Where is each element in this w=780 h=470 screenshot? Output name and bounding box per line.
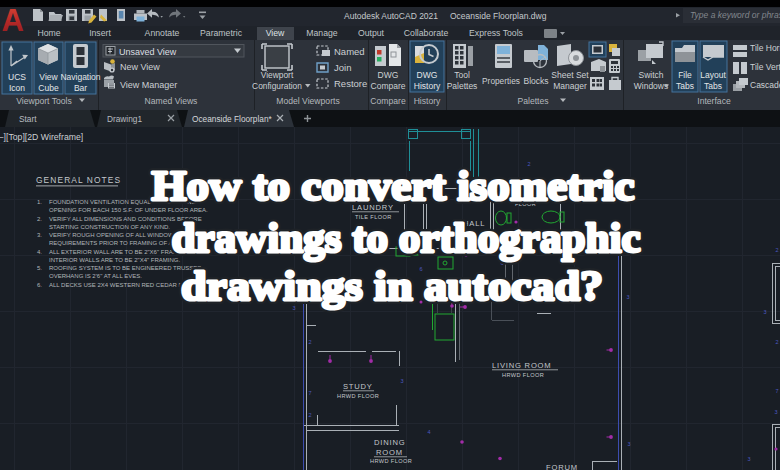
svg-text:2: 2 [775, 339, 778, 345]
svg-text:History: History [414, 81, 441, 91]
svg-text:3: 3 [747, 456, 750, 462]
svg-text:DWG: DWG [378, 70, 399, 80]
svg-text:7: 7 [775, 388, 778, 394]
svg-text:DWG: DWG [417, 70, 438, 80]
svg-text:Model Viewports: Model Viewports [276, 96, 339, 106]
svg-text:Start: Start [19, 114, 37, 124]
svg-text:View Manager: View Manager [120, 80, 177, 90]
svg-text:2: 2 [775, 247, 778, 253]
svg-text:HRWD FLOOR: HRWD FLOOR [502, 372, 544, 378]
svg-text:HRWD FLOOR: HRWD FLOOR [337, 393, 379, 399]
svg-text:Sheet Set: Sheet Set [551, 70, 589, 80]
svg-text:STARTING CONSTRUCTION OF ANY K: STARTING CONSTRUCTION OF ANY KIND. [49, 224, 170, 230]
svg-text:Cascade: Cascade [750, 80, 780, 90]
svg-text:Viewport: Viewport [261, 70, 294, 80]
svg-text:3: 3 [626, 294, 629, 300]
svg-text:Icon: Icon [9, 83, 25, 93]
svg-text:5.: 5. [37, 265, 42, 271]
svg-text:Express Tools: Express Tools [469, 28, 524, 38]
svg-text:2: 2 [308, 412, 311, 418]
svg-text:drawings to orthographic: drawings to orthographic [172, 214, 641, 261]
svg-text:UCS: UCS [8, 72, 26, 82]
svg-text:4.: 4. [37, 249, 42, 255]
svg-text:−][Top][2D Wireframe]: −][Top][2D Wireframe] [0, 132, 83, 142]
svg-text:FORUM: FORUM [546, 463, 578, 470]
svg-text:ROOM: ROOM [376, 448, 403, 457]
svg-text:Parametric: Parametric [200, 28, 243, 38]
svg-text:Windows: Windows [634, 81, 668, 91]
svg-text:Bar: Bar [74, 83, 87, 93]
svg-text:Autodesk AutoCAD 2021: Autodesk AutoCAD 2021 [344, 11, 438, 21]
svg-text:New View: New View [120, 62, 160, 72]
svg-text:Annotate: Annotate [145, 28, 180, 38]
svg-text:Type a keyword or phrase: Type a keyword or phrase [690, 10, 780, 20]
svg-text:Tabs: Tabs [704, 81, 722, 91]
svg-text:View: View [266, 28, 285, 38]
svg-text:Join: Join [334, 62, 351, 73]
svg-text:drawings in autocad?: drawings in autocad? [181, 262, 603, 309]
svg-text:Oceanside Floorplan.dwg: Oceanside Floorplan.dwg [450, 11, 547, 21]
svg-text:Layout: Layout [700, 70, 726, 80]
svg-text:Output: Output [358, 28, 385, 38]
svg-text:3: 3 [774, 409, 777, 415]
svg-text:4: 4 [427, 429, 430, 435]
svg-text:DINING: DINING [374, 438, 405, 447]
svg-text:File: File [678, 70, 692, 80]
svg-text:Restore: Restore [334, 78, 367, 89]
svg-text:Collaborate: Collaborate [404, 28, 449, 38]
svg-text:Properties: Properties [482, 76, 520, 86]
svg-text:Blocks: Blocks [523, 76, 548, 86]
svg-text:3: 3 [763, 309, 766, 315]
svg-text:Tool: Tool [454, 70, 470, 80]
svg-text:STUDY: STUDY [343, 382, 373, 391]
svg-text:Cube: Cube [38, 83, 59, 93]
svg-text:Palettes: Palettes [517, 96, 548, 106]
svg-text:Unsaved View: Unsaved View [119, 47, 177, 57]
svg-text:Interface: Interface [697, 96, 731, 106]
svg-text:Viewport Tools: Viewport Tools [16, 96, 72, 106]
svg-text:Compare: Compare [370, 96, 406, 106]
svg-text:7: 7 [308, 390, 311, 396]
svg-text:History: History [414, 96, 441, 106]
svg-text:3.: 3. [37, 232, 42, 238]
svg-text:2.: 2. [37, 216, 42, 222]
svg-text:ROOFING SYSTEM IS TO BE ENGINE: ROOFING SYSTEM IS TO BE ENGINEERED TRUSS… [49, 265, 201, 271]
svg-text:Palettes: Palettes [447, 81, 478, 91]
svg-text:Tabs: Tabs [676, 81, 694, 91]
svg-text:3: 3 [627, 441, 630, 447]
svg-text:View: View [39, 72, 58, 82]
svg-text:ALL EXTERIOR WALL ARE TO BE 2": ALL EXTERIOR WALL ARE TO BE 2"X6" FRAMIN… [49, 249, 190, 255]
svg-text:Named: Named [334, 46, 365, 57]
svg-text:Insert: Insert [89, 28, 111, 38]
svg-text:Compare: Compare [371, 81, 406, 91]
svg-text:Tile Horizontally: Tile Horizontally [750, 43, 780, 53]
svg-text:3: 3 [400, 378, 403, 384]
svg-text:Manage: Manage [306, 28, 338, 38]
svg-text:HRWD FLOOR: HRWD FLOOR [370, 458, 412, 464]
svg-text:Named Views: Named Views [145, 96, 198, 106]
svg-text:6.: 6. [37, 282, 42, 288]
svg-text:OVERHANG IS 2'6" AT ALL EVES.: OVERHANG IS 2'6" AT ALL EVES. [49, 273, 142, 279]
svg-text:2: 2 [308, 339, 311, 345]
svg-text:Switch: Switch [638, 70, 663, 80]
svg-text:Configuration: Configuration [252, 81, 302, 91]
svg-text:1.: 1. [37, 199, 42, 205]
svg-text:Home: Home [37, 28, 60, 38]
svg-text:Tile Vertically: Tile Vertically [750, 62, 780, 72]
svg-text:GENERAL NOTES: GENERAL NOTES [36, 175, 121, 185]
svg-text:A: A [2, 3, 24, 38]
svg-text:LIVING ROOM: LIVING ROOM [492, 361, 551, 370]
svg-text:Drawing1: Drawing1 [107, 114, 142, 124]
svg-text:Manager: Manager [553, 81, 587, 91]
svg-text:Navigation: Navigation [60, 72, 100, 82]
svg-text:Oceanside Floorplan*: Oceanside Floorplan* [192, 114, 273, 124]
svg-text:INTERIOR WALLS ARE TO BE 2"X4": INTERIOR WALLS ARE TO BE 2"X4" FRAMING. [49, 257, 181, 263]
svg-text:How to convert isometric: How to convert isometric [152, 162, 635, 209]
